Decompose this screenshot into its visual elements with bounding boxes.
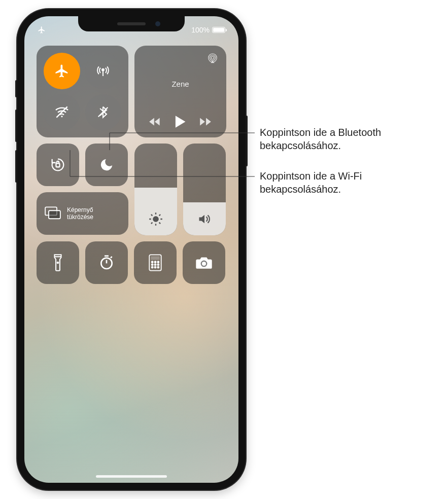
svg-point-34	[152, 267, 153, 268]
music-title: Zene	[171, 80, 189, 88]
music-prev-button[interactable]	[149, 117, 162, 127]
play-icon	[174, 115, 186, 128]
airplay-audio-button[interactable]	[207, 53, 218, 64]
calculator-icon	[149, 254, 162, 271]
status-left	[38, 26, 46, 34]
music-next-button[interactable]	[199, 117, 212, 127]
volume-icon	[197, 212, 212, 226]
camera-icon	[195, 256, 213, 270]
music-module[interactable]: Zene	[134, 46, 226, 137]
side-button	[246, 116, 248, 166]
brightness-fill	[134, 188, 177, 235]
calculator-button[interactable]	[134, 241, 177, 284]
side-button	[15, 110, 17, 142]
battery-icon	[212, 27, 225, 33]
cellular-antenna-icon	[95, 63, 111, 79]
do-not-disturb-toggle[interactable]	[85, 144, 128, 186]
wifi-toggle[interactable]	[44, 94, 80, 131]
rewind-icon	[149, 117, 162, 127]
control-center: Zene	[37, 46, 226, 290]
svg-line-14	[151, 215, 152, 216]
svg-line-15	[159, 223, 160, 224]
music-play-button[interactable]	[174, 115, 186, 128]
volume-slider[interactable]	[183, 144, 226, 235]
callout-wifi: Koppintson ide a Wi-Fi bekapcsolásához.	[260, 169, 432, 196]
brightness-slider[interactable]	[134, 144, 177, 235]
side-button	[15, 80, 17, 97]
front-camera	[155, 21, 160, 26]
svg-point-32	[154, 264, 156, 265]
svg-rect-8	[56, 163, 59, 167]
airplane-mode-status-icon	[38, 26, 46, 34]
svg-point-30	[157, 261, 159, 263]
rotation-lock-icon	[49, 156, 66, 173]
svg-rect-10	[49, 210, 60, 219]
camera-button[interactable]	[183, 241, 225, 284]
svg-point-2	[61, 116, 62, 117]
svg-rect-27	[151, 257, 159, 259]
svg-point-21	[57, 262, 59, 264]
svg-point-11	[153, 217, 158, 221]
timer-icon	[98, 255, 115, 271]
svg-point-29	[154, 261, 156, 263]
callout-bluetooth: Koppintson ide a Bluetooth bekapcsolásáh…	[260, 126, 432, 152]
screen-mirroring-label: Képernyő tükrözése	[67, 206, 93, 221]
svg-point-35	[154, 267, 156, 268]
svg-point-28	[152, 261, 153, 263]
flashlight-button[interactable]	[37, 241, 79, 284]
flashlight-icon	[53, 254, 63, 271]
side-button	[15, 150, 17, 183]
battery-percentage: 100%	[191, 26, 210, 34]
svg-point-31	[152, 264, 153, 265]
iphone-device-frame: 100%	[17, 9, 246, 490]
screen-mirroring-button[interactable]: Képernyő tükrözése	[37, 192, 128, 235]
notch	[78, 16, 185, 31]
airplane-mode-toggle[interactable]	[44, 53, 80, 89]
moon-icon	[99, 157, 114, 172]
svg-line-19	[159, 215, 160, 216]
screen-mirroring-icon	[45, 206, 61, 221]
svg-point-33	[157, 264, 159, 265]
svg-point-36	[157, 267, 159, 268]
screen: 100%	[24, 16, 238, 483]
status-right: 100%	[191, 26, 225, 34]
connectivity-module[interactable]	[37, 46, 128, 137]
timer-button[interactable]	[85, 241, 128, 284]
svg-line-18	[151, 223, 152, 224]
brightness-icon	[149, 212, 163, 226]
bluetooth-toggle[interactable]	[85, 94, 122, 131]
svg-point-6	[210, 55, 216, 61]
rotation-lock-toggle[interactable]	[37, 144, 79, 186]
svg-point-5	[211, 56, 214, 59]
cellular-data-toggle[interactable]	[85, 53, 122, 89]
svg-line-25	[111, 257, 112, 258]
speaker-grille	[117, 22, 146, 25]
forward-icon	[199, 117, 212, 127]
bluetooth-off-icon	[96, 105, 110, 119]
airplay-audio-icon	[207, 53, 218, 64]
home-indicator[interactable]	[96, 475, 167, 478]
wifi-off-icon	[54, 104, 70, 120]
airplane-icon	[54, 63, 70, 79]
